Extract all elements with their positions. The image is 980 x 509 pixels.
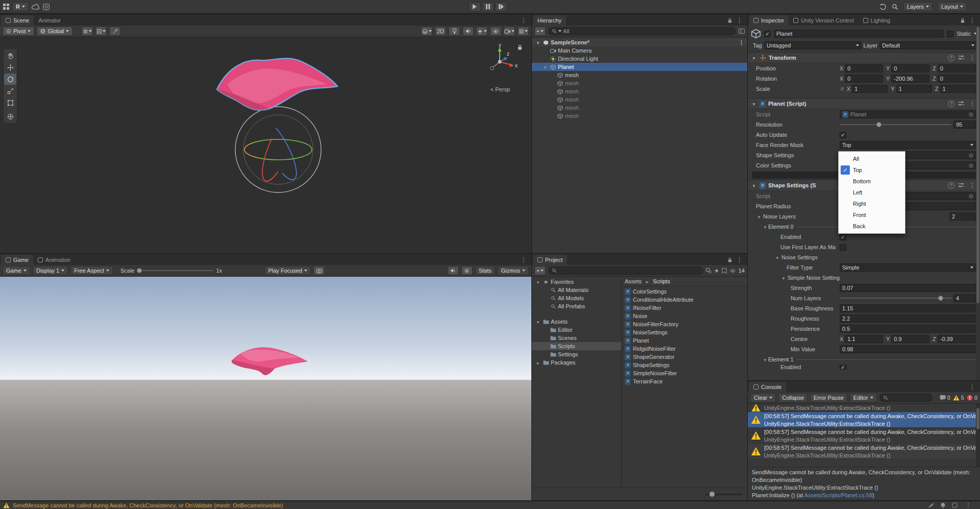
stats-toggle[interactable]: Stats	[475, 266, 495, 275]
orientation-gizmo[interactable]: y x z	[481, 43, 518, 80]
pause-button[interactable]	[482, 2, 494, 12]
script-file-row[interactable]: # INoiseFilter	[622, 304, 747, 312]
tab[interactable]: Lighting	[859, 15, 895, 26]
hierarchy-row[interactable]: mesh ⋮	[532, 112, 747, 120]
num-layers-field[interactable]: 4	[953, 294, 976, 302]
kebab-icon[interactable]: ⋮	[964, 502, 973, 509]
scene-camera-dropdown[interactable]	[504, 27, 515, 36]
base-roughness-field[interactable]: 1.15	[840, 304, 976, 312]
hierarchy-row[interactable]: Planet ⋮	[532, 63, 747, 71]
hierarchy-row[interactable]: Directional Light ⋮	[532, 55, 747, 63]
script-file-row[interactable]: # ColorSettings	[622, 287, 747, 296]
clear-button[interactable]: Clear	[750, 393, 776, 402]
auto-update-checkbox[interactable]	[840, 132, 846, 138]
transform-header[interactable]: Transform ? ⋮	[748, 52, 980, 63]
enabled-checkbox[interactable]	[840, 365, 846, 370]
script-file-row[interactable]: # ConditionalHideAttribute	[622, 296, 747, 304]
error-pause-toggle[interactable]: Error Pause	[810, 393, 847, 402]
inspector-scrollbar[interactable]	[976, 26, 980, 380]
foldout-arrow[interactable]	[751, 55, 757, 61]
kebab-icon[interactable]: ⋮	[735, 256, 744, 263]
script-file-row[interactable]: # RidgidNoiseFilter	[622, 345, 747, 353]
scale-tool-icon[interactable]	[4, 85, 16, 96]
project-tree-row[interactable]: ★ Scenes	[532, 334, 621, 342]
global-dropdown[interactable]: Global	[37, 27, 72, 36]
persistence-field[interactable]: 0.5	[840, 325, 976, 333]
script-file-row[interactable]: # ShapeSettings	[622, 361, 747, 369]
lock-icon[interactable]	[961, 18, 965, 23]
script-file-row[interactable]: # ShapeGenerator	[622, 353, 747, 361]
layout-dropdown[interactable]: Layout	[938, 2, 967, 11]
tab-project[interactable]: Project	[533, 255, 567, 265]
foldout-arrow[interactable]	[762, 224, 768, 230]
script-file-row[interactable]: # NoiseFilterFactory	[622, 320, 747, 328]
tab[interactable]: Game	[1, 255, 33, 265]
tab[interactable]: Inspector	[749, 15, 789, 26]
hierarchy-row[interactable]: mesh ⋮	[532, 95, 747, 104]
rect-tool-icon[interactable]	[4, 97, 16, 108]
kebab-icon[interactable]: ⋮	[735, 17, 744, 24]
kebab-icon[interactable]: ⋮	[739, 39, 747, 46]
scene-visibility-icon[interactable]	[490, 27, 501, 36]
aspect-ratio-dropdown[interactable]: Free Aspect	[70, 266, 113, 275]
tab-console[interactable]: Console	[749, 382, 786, 392]
lock-icon[interactable]	[728, 18, 732, 23]
activity-icon[interactable]	[952, 502, 958, 508]
capture-icon[interactable]	[313, 266, 325, 275]
menu-item[interactable]: ✓ Right	[839, 198, 905, 209]
mute-audio-icon[interactable]	[448, 266, 459, 275]
breadcrumb-scripts[interactable]: Scripts	[653, 278, 670, 284]
console-entry[interactable]: [00:58:57] SendMessage cannot be called …	[748, 428, 980, 444]
strength-field[interactable]: 0.07	[840, 284, 976, 292]
foldout-arrow[interactable]	[762, 356, 768, 362]
layer-dropdown[interactable]: Default	[879, 41, 977, 50]
foldout-arrow[interactable]	[535, 319, 541, 325]
lock-icon[interactable]	[728, 257, 732, 262]
hierarchy-row[interactable]: Main Camera ⋮	[532, 46, 747, 55]
scene-lighting-icon[interactable]	[449, 27, 460, 36]
scene-viewport[interactable]: y x z < Persp	[0, 37, 531, 253]
planet-script-header[interactable]: # Planet (Script) ? ⋮	[748, 98, 980, 109]
min-value-field[interactable]: 0.98	[840, 345, 976, 353]
uniform-scale-link-icon[interactable]	[840, 86, 845, 91]
project-tree-row[interactable]: ★ Scripts	[532, 342, 621, 350]
collapse-toggle[interactable]: Collapse	[778, 393, 807, 402]
menu-item[interactable]: ✓ All	[839, 153, 905, 164]
info-count[interactable]: 0	[940, 395, 950, 401]
position-z-field[interactable]: 0	[938, 64, 976, 72]
hierarchy-row[interactable]: SampleScene* ⋮	[532, 38, 747, 46]
menu-item[interactable]: ✓ Left	[839, 187, 905, 198]
cloud-icon[interactable]	[32, 4, 40, 10]
hierarchy-row[interactable]: mesh ⋮	[532, 79, 747, 87]
vsync-grid-icon[interactable]	[461, 266, 473, 275]
project-tree-row[interactable]: ★ All Materials	[532, 286, 621, 294]
pivot-dropdown[interactable]: Pivot	[3, 27, 34, 36]
console-entry[interactable]: [00:58:57] SendMessage cannot be called …	[748, 412, 980, 428]
layers-dropdown[interactable]: Layers	[903, 2, 933, 11]
game-display-mode-dropdown[interactable]: Game	[3, 266, 30, 275]
script-file-row[interactable]: # TerrainFace	[622, 377, 747, 385]
foldout-arrow[interactable]	[751, 101, 757, 107]
transform-tool-icon[interactable]	[4, 111, 16, 122]
project-tree-row[interactable]: ★ Editor	[532, 326, 621, 334]
centre-x-field[interactable]: 1.1	[845, 335, 883, 343]
scene-audio-icon[interactable]	[462, 27, 474, 36]
tab[interactable]: Animation	[33, 255, 75, 265]
menu-item[interactable]: ✓ Back	[839, 221, 905, 232]
project-tree-row[interactable]: ★ Favorites	[532, 278, 621, 286]
script-object-field[interactable]: #Planet⊙	[840, 110, 976, 118]
presets-icon[interactable]	[958, 55, 964, 60]
gizmos-grid-dropdown[interactable]	[518, 27, 529, 36]
gameobject-name-field[interactable]: Planet	[774, 30, 944, 38]
foldout-arrow[interactable]	[535, 359, 541, 366]
notification-bell-icon[interactable]	[940, 502, 946, 508]
scale-z-field[interactable]: 1	[940, 85, 976, 93]
breadcrumb-assets[interactable]: Assets	[625, 278, 642, 284]
gizmos-dropdown[interactable]: Gizmos	[498, 266, 529, 275]
snap-increment-icon[interactable]	[95, 27, 107, 36]
hierarchy-row[interactable]: mesh ⋮	[532, 71, 747, 79]
warning-count[interactable]: 5	[953, 395, 964, 401]
status-bar[interactable]: SendMessage cannot be called during Awak…	[0, 501, 980, 509]
console-detail[interactable]: SendMessage cannot be called during Awak…	[748, 467, 980, 500]
status-message[interactable]: SendMessage cannot be called during Awak…	[13, 502, 925, 508]
